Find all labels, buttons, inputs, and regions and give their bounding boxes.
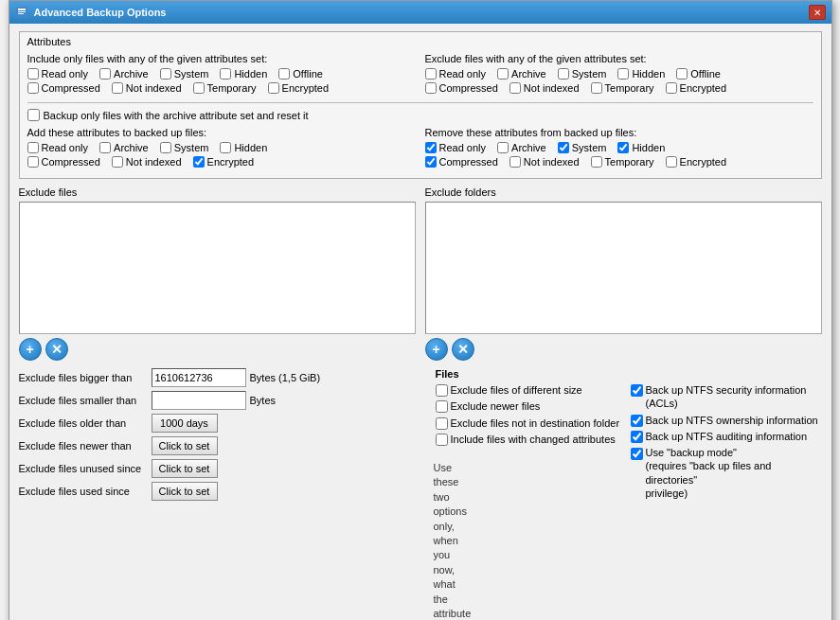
rem-encrypted-label: Encrypted xyxy=(680,156,727,168)
add-archive-checkbox[interactable] xyxy=(99,142,111,153)
add-system-checkbox[interactable] xyxy=(160,142,171,153)
exclude-folders-add-button[interactable]: + xyxy=(425,338,448,361)
add-encrypted-item: Encrypted xyxy=(193,156,255,168)
add-readonly-item: Read only xyxy=(27,142,89,153)
exc-hidden-checkbox[interactable] xyxy=(617,68,629,80)
f-ntfsown-item: Back up NTFS ownership information xyxy=(631,414,822,427)
filters-section: Exclude files bigger than Bytes (1,5 GiB… xyxy=(19,368,822,620)
exc-offline-item: Offline xyxy=(676,68,721,80)
inc-archive-label: Archive xyxy=(114,68,149,80)
inc-offline-item: Offline xyxy=(278,68,323,80)
newer-button[interactable]: Click to set xyxy=(152,436,218,455)
exc-compressed-checkbox[interactable] xyxy=(425,82,437,94)
older-button[interactable]: 1000 days xyxy=(152,414,218,433)
exclude-files-list[interactable] xyxy=(19,202,416,334)
f-diffsize-checkbox[interactable] xyxy=(436,384,448,397)
rem-compressed-checkbox[interactable] xyxy=(425,156,437,168)
inc-encrypted-checkbox[interactable] xyxy=(268,82,279,94)
f-newer-checkbox[interactable] xyxy=(436,400,448,413)
inc-compressed-item: Compressed xyxy=(27,82,100,94)
add-archive-item: Archive xyxy=(99,142,149,153)
add-readonly-checkbox[interactable] xyxy=(27,142,39,153)
inc-notindexed-label: Not indexed xyxy=(126,82,182,94)
rem-system-checkbox[interactable] xyxy=(558,142,569,153)
inc-compressed-checkbox[interactable] xyxy=(27,82,39,94)
rem-readonly-checkbox[interactable] xyxy=(425,142,437,153)
exclude-section: Exclude files + ✕ Exclude folders + ✕ xyxy=(19,186,822,361)
smaller-row: Exclude files smaller than Bytes xyxy=(19,391,426,410)
exclude-files-remove-button[interactable]: ✕ xyxy=(45,338,68,361)
close-button[interactable]: ✕ xyxy=(809,5,826,20)
f-changed-checkbox[interactable] xyxy=(436,434,448,446)
exc-archive-checkbox[interactable] xyxy=(497,68,509,80)
bigger-input[interactable] xyxy=(152,368,246,387)
add-system-label: System xyxy=(174,142,209,153)
unused-button[interactable]: Click to set xyxy=(152,459,218,478)
add-encrypted-checkbox[interactable] xyxy=(193,156,205,168)
backup-archive-checkbox[interactable] xyxy=(27,109,40,121)
exc-system-label: System xyxy=(572,68,607,80)
rem-notindexed-checkbox[interactable] xyxy=(509,156,521,168)
add-notindexed-checkbox[interactable] xyxy=(112,156,123,168)
f-ntfsaud-checkbox[interactable] xyxy=(631,431,643,443)
exc-temporary-checkbox[interactable] xyxy=(591,82,602,94)
f-ntfsown-checkbox[interactable] xyxy=(631,415,643,427)
used-label: Exclude files used since xyxy=(19,486,152,497)
files-options: Exclude files of different size Exclude … xyxy=(436,383,822,503)
inc-readonly-checkbox[interactable] xyxy=(27,68,39,80)
newer-label: Exclude files newer than xyxy=(19,440,152,452)
attributes-group-label: Attributes xyxy=(27,36,813,47)
f-ntfssec-checkbox[interactable] xyxy=(631,384,643,397)
rem-encrypted-checkbox[interactable] xyxy=(666,156,677,168)
svg-rect-2 xyxy=(18,11,26,12)
rem-readonly-label: Read only xyxy=(439,142,487,153)
inc-temporary-checkbox[interactable] xyxy=(193,82,205,94)
f-notindest-checkbox[interactable] xyxy=(436,417,448,430)
inc-hidden-checkbox[interactable] xyxy=(220,68,231,80)
rem-temporary-checkbox[interactable] xyxy=(591,156,602,168)
bigger-unit: Bytes (1,5 GiB) xyxy=(250,372,321,383)
inc-archive-checkbox[interactable] xyxy=(99,68,111,80)
exclude-folders-list[interactable] xyxy=(425,202,822,334)
rem-archive-checkbox[interactable] xyxy=(497,142,509,153)
inc-readonly-label: Read only xyxy=(42,68,89,80)
exc-notindexed-checkbox[interactable] xyxy=(509,82,521,94)
exclude-folders-label: Exclude folders xyxy=(425,186,822,198)
f-newer-label: Exclude newer files xyxy=(451,399,541,413)
add-notindexed-item: Not indexed xyxy=(112,156,182,168)
smaller-input[interactable] xyxy=(152,391,246,410)
inc-hidden-item: Hidden xyxy=(220,68,267,80)
rem-hidden-checkbox[interactable] xyxy=(617,142,629,153)
exc-encrypted-item: Encrypted xyxy=(666,82,727,94)
inc-system-checkbox[interactable] xyxy=(160,68,171,80)
exc-encrypted-label: Encrypted xyxy=(680,82,727,94)
inc-offline-checkbox[interactable] xyxy=(278,68,290,80)
exc-encrypted-checkbox[interactable] xyxy=(666,82,677,94)
exc-offline-checkbox[interactable] xyxy=(676,68,688,80)
f-backupmode-checkbox[interactable] xyxy=(631,448,643,460)
files-section-label: Files xyxy=(436,368,822,380)
title-bar: Advanced Backup Options ✕ xyxy=(9,1,831,24)
used-button[interactable]: Click to set xyxy=(152,482,218,501)
attributes-group: Attributes Include only files with any o… xyxy=(19,31,822,179)
older-row: Exclude files older than 1000 days xyxy=(19,414,426,433)
add-compressed-checkbox[interactable] xyxy=(27,156,39,168)
exclude-folders-remove-button[interactable]: ✕ xyxy=(452,338,474,361)
inc-notindexed-checkbox[interactable] xyxy=(112,82,123,94)
rem-hidden-item: Hidden xyxy=(617,142,665,153)
add-hidden-checkbox[interactable] xyxy=(220,142,231,153)
add-system-item: System xyxy=(160,142,209,153)
exc-hidden-label: Hidden xyxy=(632,68,665,80)
exc-readonly-label: Read only xyxy=(439,68,487,80)
unused-row: Exclude files unused since Click to set xyxy=(19,459,426,478)
remove-attrs-label: Remove these attributes from backed up f… xyxy=(425,127,813,138)
exclude-files-add-button[interactable]: + xyxy=(19,338,42,361)
exc-system-checkbox[interactable] xyxy=(558,68,569,80)
exc-readonly-checkbox[interactable] xyxy=(425,68,437,80)
add-hidden-item: Hidden xyxy=(220,142,267,153)
f-diffsize-item: Exclude files of different size xyxy=(436,383,627,397)
inc-readonly-item: Read only xyxy=(27,68,89,80)
rem-hidden-label: Hidden xyxy=(632,142,665,153)
exc-offline-label: Offline xyxy=(690,68,721,80)
exc-temporary-label: Temporary xyxy=(605,82,654,94)
